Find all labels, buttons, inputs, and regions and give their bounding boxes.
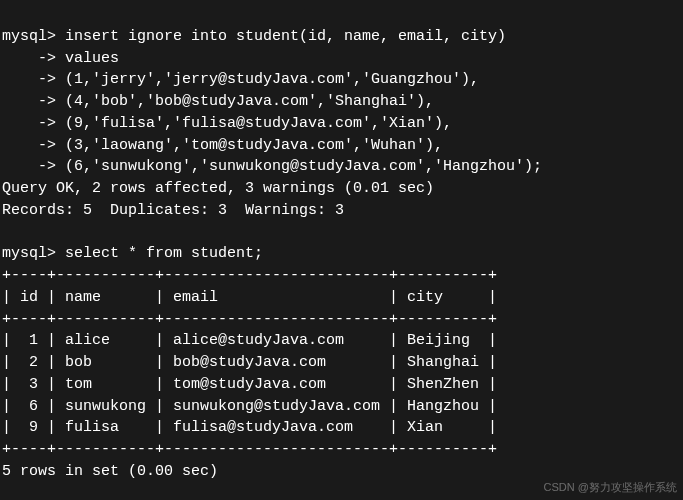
table-header: | id | name | email | city | — [2, 289, 497, 306]
table-row: | 3 | tom | tom@studyJava.com | ShenZhen… — [2, 376, 497, 393]
cont-line: -> (3,'laowang','tom@studyJava.com','Wuh… — [2, 137, 443, 154]
table-border: +----+-----------+----------------------… — [2, 311, 497, 328]
cont-line: -> values — [2, 50, 119, 67]
blank-line — [2, 224, 11, 241]
mysql-prompt: mysql> — [2, 28, 56, 45]
watermark: CSDN @努力攻坚操作系统 — [544, 480, 677, 496]
terminal-output: mysql> insert ignore into student(id, na… — [0, 0, 683, 487]
table-border: +----+-----------+----------------------… — [2, 267, 497, 284]
cont-line: -> (4,'bob','bob@studyJava.com','Shangha… — [2, 93, 434, 110]
insert-statement: mysql> insert ignore into student(id, na… — [2, 28, 506, 45]
cont-line: -> (1,'jerry','jerry@studyJava.com','Gua… — [2, 71, 479, 88]
table-row: | 6 | sunwukong | sunwukong@studyJava.co… — [2, 398, 497, 415]
mysql-prompt: mysql> — [2, 245, 56, 262]
select-statement: mysql> select * from student; — [2, 245, 263, 262]
table-border: +----+-----------+----------------------… — [2, 441, 497, 458]
cont-line: -> (6,'sunwukong','sunwukong@studyJava.c… — [2, 158, 542, 175]
table-row: | 1 | alice | alice@studyJava.com | Beij… — [2, 332, 497, 349]
query-result: Query OK, 2 rows affected, 3 warnings (0… — [2, 180, 434, 197]
query-result: Records: 5 Duplicates: 3 Warnings: 3 — [2, 202, 344, 219]
query-result: 5 rows in set (0.00 sec) — [2, 463, 218, 480]
table-row: | 9 | fulisa | fulisa@studyJava.com | Xi… — [2, 419, 497, 436]
cont-line: -> (9,'fulisa','fulisa@studyJava.com','X… — [2, 115, 452, 132]
table-row: | 2 | bob | bob@studyJava.com | Shanghai… — [2, 354, 497, 371]
